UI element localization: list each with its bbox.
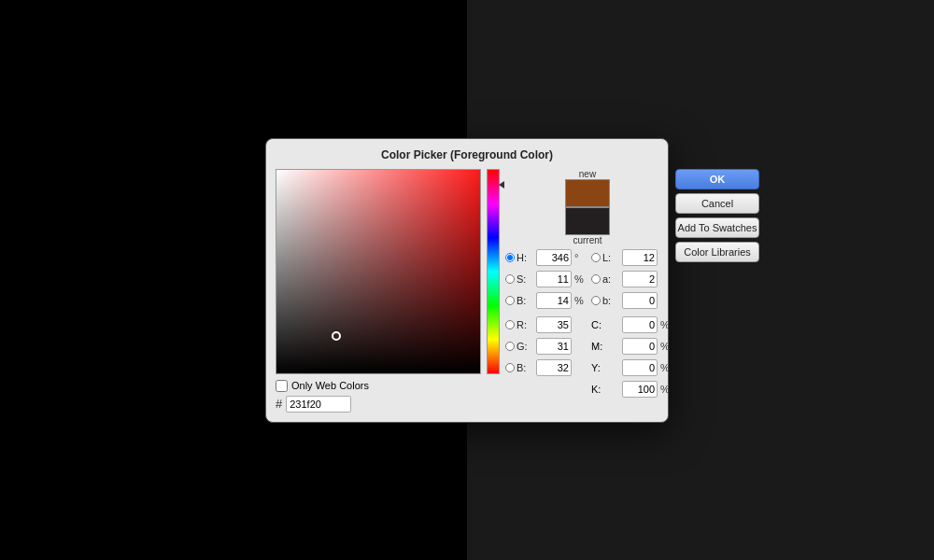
add-to-swatches-button[interactable]: Add To Swatches <box>675 217 759 238</box>
gradient-dark <box>276 170 480 373</box>
lab-b-radio[interactable] <box>591 296 601 305</box>
color-picker-dialog: Color Picker (Foreground Color) Only Web… <box>265 138 669 423</box>
lab-b-radio-label: b: <box>591 295 619 306</box>
new-color-swatch <box>565 179 610 207</box>
g-row: G: <box>505 338 584 355</box>
c-row: C: % <box>591 316 670 333</box>
k-row: K: % <box>591 381 670 398</box>
r-radio-label: R: <box>505 319 533 330</box>
g-input[interactable] <box>536 338 572 355</box>
b2-radio[interactable] <box>505 363 515 372</box>
m-unit: % <box>660 341 670 352</box>
l-radio-label: L: <box>591 252 619 263</box>
right-section: OK Cancel Add To Swatches Color Librarie… <box>675 169 759 413</box>
y-input[interactable] <box>622 359 658 376</box>
h-row: H: ° <box>505 249 584 266</box>
cancel-button[interactable]: Cancel <box>675 193 759 214</box>
b2-radio-label: B: <box>505 362 533 373</box>
hue-arrow-indicator <box>499 181 504 189</box>
s-input[interactable] <box>536 271 572 287</box>
b-input[interactable] <box>536 292 572 309</box>
h-radio[interactable] <box>505 253 515 262</box>
dialog-main-area: Only Web Colors # new current <box>276 169 658 413</box>
h-unit: ° <box>574 252 584 263</box>
color-preview-group: new current <box>505 169 670 245</box>
ok-button[interactable]: OK <box>675 169 759 189</box>
color-values: H: ° S: % <box>505 249 670 400</box>
b-row: B: % <box>505 292 584 309</box>
hue-slider[interactable] <box>487 169 500 374</box>
m-row: M: % <box>591 338 670 355</box>
b-unit: % <box>574 295 584 306</box>
k-input[interactable] <box>622 381 658 398</box>
g-radio[interactable] <box>505 342 515 351</box>
dialog-title: Color Picker (Foreground Color) <box>276 148 658 161</box>
l-radio[interactable] <box>591 253 601 262</box>
lab-a-radio-label: a: <box>591 273 619 285</box>
current-color-label: current <box>573 235 601 245</box>
hex-symbol: # <box>276 397 282 411</box>
lab-cmyk-col: L: a: <box>591 249 670 400</box>
y-unit: % <box>660 362 670 373</box>
g-radio-label: G: <box>505 341 533 352</box>
y-label: Y: <box>591 362 619 373</box>
middle-section: new current H: ° <box>505 169 670 413</box>
y-row: Y: % <box>591 359 670 376</box>
s-unit: % <box>574 273 584 285</box>
b-radio-label: B: <box>505 295 533 306</box>
l-input[interactable] <box>622 249 658 266</box>
color-libraries-button[interactable]: Color Libraries <box>675 242 759 262</box>
h-input[interactable] <box>536 249 572 266</box>
b2-row: B: <box>505 359 584 376</box>
c-unit: % <box>660 319 670 330</box>
b2-input[interactable] <box>536 359 572 376</box>
s-row: S: % <box>505 271 584 287</box>
pickers-row <box>276 169 500 374</box>
c-input[interactable] <box>622 316 658 333</box>
k-label: K: <box>591 384 619 395</box>
new-color-label: new <box>579 169 596 179</box>
s-radio[interactable] <box>505 274 515 284</box>
lab-a-radio[interactable] <box>591 274 601 284</box>
m-input[interactable] <box>622 338 658 355</box>
lab-b-input[interactable] <box>622 292 658 309</box>
left-section: Only Web Colors # <box>276 169 500 413</box>
hsb-rgb-col: H: ° S: % <box>505 249 584 400</box>
hex-row: # <box>276 396 500 413</box>
only-web-colors-row: Only Web Colors <box>276 380 500 392</box>
h-radio-label: H: <box>505 252 533 263</box>
s-radio-label: S: <box>505 273 533 285</box>
lab-a-input[interactable] <box>622 271 658 287</box>
only-web-colors-label: Only Web Colors <box>291 380 369 391</box>
r-radio[interactable] <box>505 320 515 329</box>
lab-a-row: a: <box>591 271 670 287</box>
current-color-swatch <box>565 207 610 235</box>
color-gradient-picker[interactable] <box>276 169 481 374</box>
l-row: L: <box>591 249 670 266</box>
r-row: R: <box>505 316 584 333</box>
lab-b-row: b: <box>591 292 670 309</box>
r-input[interactable] <box>536 316 572 333</box>
m-label: M: <box>591 341 619 352</box>
b-radio[interactable] <box>505 296 515 305</box>
c-label: C: <box>591 319 619 330</box>
k-unit: % <box>660 384 670 395</box>
only-web-colors-checkbox[interactable] <box>276 380 288 392</box>
hex-input[interactable] <box>286 396 351 413</box>
